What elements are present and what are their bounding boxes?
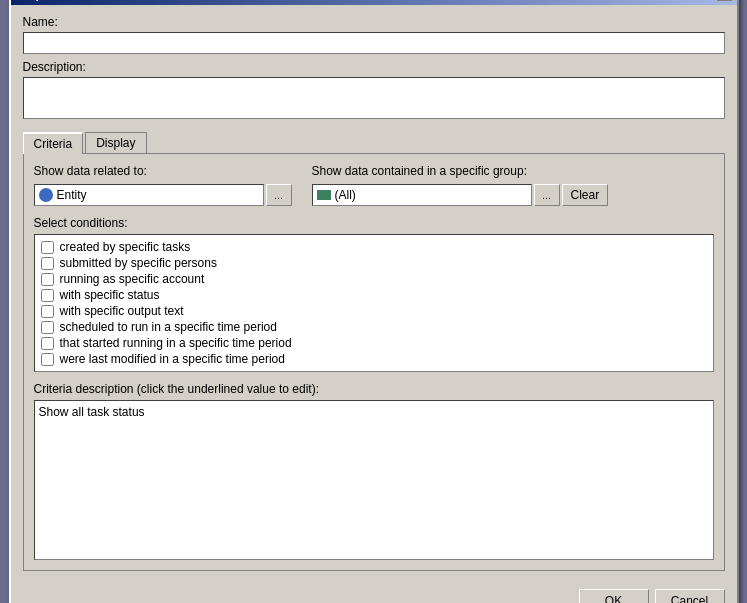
condition-checkbox-2[interactable]: [41, 273, 54, 286]
group-input[interactable]: (All): [312, 184, 532, 206]
dialog-content: Name: Description: Criteria Display Show…: [11, 5, 737, 581]
condition-label-6: that started running in a specific time …: [60, 336, 292, 350]
group-browse-button[interactable]: ...: [534, 184, 560, 206]
condition-item[interactable]: scheduled to run in a specific time peri…: [39, 319, 709, 335]
condition-item[interactable]: that started running in a specific time …: [39, 335, 709, 351]
condition-item[interactable]: created by specific tasks: [39, 239, 709, 255]
show-data-related-label: Show data related to:: [34, 164, 292, 178]
criteria-description-box: Show all task status: [34, 400, 714, 560]
entity-input[interactable]: Entity: [34, 184, 264, 206]
condition-item[interactable]: were last modified in a specific time pe…: [39, 351, 709, 367]
condition-checkbox-0[interactable]: [41, 241, 54, 254]
condition-label-0: created by specific tasks: [60, 240, 191, 254]
close-button[interactable]: ✕: [716, 0, 732, 1]
condition-item[interactable]: with specific output text: [39, 303, 709, 319]
entity-icon: [39, 188, 53, 202]
show-data-row: Show data related to: Entity ... Show da…: [34, 164, 714, 206]
condition-checkbox-7[interactable]: [41, 353, 54, 366]
condition-label-7: were last modified in a specific time pe…: [60, 352, 285, 366]
name-section: Name:: [23, 15, 725, 54]
condition-checkbox-5[interactable]: [41, 321, 54, 334]
condition-label-1: submitted by specific persons: [60, 256, 217, 270]
description-section: Description:: [23, 60, 725, 122]
group-value: (All): [335, 188, 356, 202]
condition-item[interactable]: running as specific account: [39, 271, 709, 287]
condition-checkbox-6[interactable]: [41, 337, 54, 350]
group-icon: [317, 190, 331, 200]
condition-checkbox-1[interactable]: [41, 257, 54, 270]
condition-label-4: with specific output text: [60, 304, 184, 318]
dialog-title: Properties: [16, 0, 75, 1]
condition-item[interactable]: submitted by specific persons: [39, 255, 709, 271]
condition-checkbox-4[interactable]: [41, 305, 54, 318]
condition-checkbox-3[interactable]: [41, 289, 54, 302]
ok-button[interactable]: OK: [579, 589, 649, 603]
description-input[interactable]: [23, 77, 725, 119]
tab-display[interactable]: Display: [85, 132, 146, 153]
properties-dialog: Properties ✕ Name: Description: Criteria…: [9, 0, 739, 603]
entity-value: Entity: [57, 188, 87, 202]
name-input[interactable]: [23, 32, 725, 54]
condition-item[interactable]: with specific status: [39, 287, 709, 303]
criteria-description-label: Criteria description (click the underlin…: [34, 382, 714, 396]
name-label: Name:: [23, 15, 725, 29]
condition-label-2: running as specific account: [60, 272, 205, 286]
tab-criteria[interactable]: Criteria: [23, 132, 84, 154]
criteria-panel: Show data related to: Entity ... Show da…: [23, 153, 725, 571]
cancel-button[interactable]: Cancel: [655, 589, 725, 603]
show-data-group-section: Show data contained in a specific group:…: [312, 164, 609, 206]
show-data-related-section: Show data related to: Entity ...: [34, 164, 292, 206]
description-label: Description:: [23, 60, 725, 74]
entity-input-row: Entity ...: [34, 184, 292, 206]
bottom-buttons: OK Cancel: [11, 581, 737, 603]
condition-label-3: with specific status: [60, 288, 160, 302]
group-input-row: (All) ... Clear: [312, 184, 609, 206]
conditions-box: created by specific tasks submitted by s…: [34, 234, 714, 372]
tabs-row: Criteria Display: [23, 132, 725, 153]
condition-label-5: scheduled to run in a specific time peri…: [60, 320, 277, 334]
show-data-group-label: Show data contained in a specific group:: [312, 164, 609, 178]
group-clear-button[interactable]: Clear: [562, 184, 609, 206]
select-conditions-label: Select conditions:: [34, 216, 714, 230]
criteria-description-value: Show all task status: [39, 405, 145, 419]
entity-browse-button[interactable]: ...: [266, 184, 292, 206]
